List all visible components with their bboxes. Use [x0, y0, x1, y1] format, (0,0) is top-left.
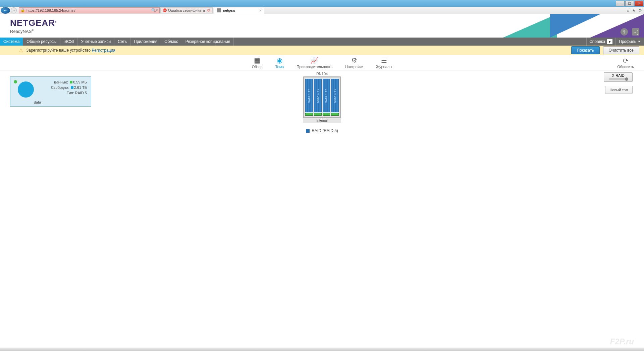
xraid-toggle[interactable]: X-RAID: [604, 72, 633, 82]
tab-title: netgear: [223, 8, 235, 12]
app-header: NETGEAR' ReadyNAS® ? →]: [0, 14, 644, 38]
play-icon: ▶: [607, 39, 612, 44]
subnav-performance[interactable]: 📈 Производительность: [295, 56, 334, 69]
window-titlebar: — ❐ ✕: [0, 0, 644, 7]
search-icon: 🔍▾: [151, 8, 158, 12]
nav-network[interactable]: Сеть: [114, 38, 130, 46]
nav-apps[interactable]: Приложения: [130, 38, 161, 46]
caret-down-icon: ▼: [638, 40, 641, 43]
register-link[interactable]: Регистрация: [92, 48, 115, 53]
logs-icon: ☰: [381, 56, 387, 64]
subnav-refresh[interactable]: ⟳ Обновить: [617, 57, 634, 69]
tab-favicon: [217, 8, 221, 12]
nav-profile[interactable]: Профиль▼: [615, 38, 644, 46]
logout-icon[interactable]: →]: [632, 28, 639, 36]
drive-slot-4[interactable]: SATA 1 ТБ: [331, 79, 339, 116]
browser-tab[interactable]: netgear ×: [214, 7, 264, 14]
tools-icon[interactable]: ⚙: [638, 8, 642, 13]
home-icon[interactable]: ⌂: [627, 8, 629, 13]
clear-all-button[interactable]: Очистить все: [603, 46, 639, 54]
nav-shares[interactable]: Общие ресурсы: [23, 38, 60, 46]
cert-error-text: Ошибка сертификата: [168, 8, 205, 12]
drive-slot-1[interactable]: SATA 1 ТБ: [305, 79, 313, 116]
window-close-button[interactable]: ✕: [635, 1, 643, 6]
sub-toolbar: ▦ Обзор ◉ Тома 📈 Производительность ⚙ На…: [0, 55, 644, 70]
refresh-icon: ⟳: [623, 57, 629, 65]
device-block: RN104 SATA 1 ТБ SATA 1 ТБ SATA 1 ТБ SATA…: [303, 72, 341, 133]
lock-icon: 🔒: [20, 8, 25, 12]
window-minimize-button[interactable]: —: [616, 1, 625, 6]
raid-color-swatch: [306, 129, 310, 133]
subnav-settings[interactable]: ⚙ Настройки: [344, 56, 365, 69]
window-maximize-button[interactable]: ❐: [625, 1, 634, 6]
nav-iscsi[interactable]: iSCSI: [60, 38, 78, 46]
warning-icon: ⚠: [19, 48, 23, 53]
new-volume-button[interactable]: Новый том: [605, 86, 633, 94]
notice-bar: ⚠ Зарегистрируйте ваше устройство Регист…: [0, 46, 644, 55]
volume-info: Данные: 8.59 МБ Свободно: 2.61 ТБ Тип: R…: [34, 79, 88, 104]
nav-accounts[interactable]: Учетные записи: [77, 38, 114, 46]
device-model: RN104: [316, 72, 328, 76]
help-icon[interactable]: ?: [621, 28, 628, 36]
subnav-overview[interactable]: ▦ Обзор: [251, 56, 264, 69]
favorites-icon[interactable]: ★: [632, 8, 636, 13]
nav-help[interactable]: Справка▶: [586, 38, 615, 46]
url-text: https://192.168.185.24/admin/: [26, 8, 75, 12]
tab-close-icon[interactable]: ×: [259, 8, 261, 12]
content-area: Данные: 8.59 МБ Свободно: 2.61 ТБ Тип: R…: [0, 70, 644, 113]
refresh-icon[interactable]: ↻: [207, 8, 210, 13]
watermark: F2P.ru: [610, 337, 634, 346]
main-nav: Система Общие ресурсы iSCSI Учетные запи…: [0, 38, 644, 46]
raid-legend: RAID (RAID 5): [306, 128, 338, 133]
shield-error-icon: ⛔: [163, 8, 167, 12]
nav-backup[interactable]: Резервное копирование: [182, 38, 234, 46]
show-button[interactable]: Показать: [571, 46, 600, 54]
volumes-icon: ◉: [277, 56, 282, 64]
browser-toolbar: ← → 🔒 https://192.168.185.24/admin/ 🔍▾ ⛔…: [0, 7, 644, 14]
volume-card[interactable]: Данные: 8.59 МБ Свободно: 2.61 ТБ Тип: R…: [10, 76, 91, 107]
volume-name: data: [34, 100, 41, 104]
certificate-error-badge[interactable]: ⛔ Ошибка сертификата ↻: [160, 7, 213, 13]
performance-icon: 📈: [310, 56, 319, 64]
status-dot-icon: [14, 80, 17, 83]
nav-system[interactable]: Система: [0, 38, 23, 46]
notice-text: Зарегистрируйте ваше устройство Регистра…: [26, 48, 115, 53]
nav-cloud[interactable]: Облако: [161, 38, 182, 46]
brand-logo: NETGEAR': [10, 18, 57, 28]
device-location: Internal: [303, 118, 341, 123]
brand-subtitle: ReadyNAS®: [10, 29, 57, 34]
overview-icon: ▦: [254, 56, 260, 64]
gear-icon: ⚙: [351, 56, 357, 64]
browser-forward-button[interactable]: →: [11, 7, 17, 13]
brand-block: NETGEAR' ReadyNAS®: [10, 18, 57, 34]
drive-slot-3[interactable]: SATA 1 ТБ: [323, 79, 330, 116]
pie-chart-icon: [18, 81, 34, 98]
browser-address-bar[interactable]: 🔒 https://192.168.185.24/admin/ 🔍▾: [19, 7, 160, 13]
header-icons: ? →]: [621, 28, 639, 36]
subnav-volumes[interactable]: ◉ Тома: [274, 56, 285, 69]
drive-slot-2[interactable]: SATA 1 ТБ: [314, 79, 322, 116]
right-actions: X-RAID Новый том: [604, 72, 633, 94]
browser-back-button[interactable]: ←: [1, 7, 10, 14]
browser-right-icons: ⌂ ★ ⚙: [627, 8, 644, 13]
device-enclosure: SATA 1 ТБ SATA 1 ТБ SATA 1 ТБ SATA 1 ТБ: [303, 76, 341, 118]
subnav-logs[interactable]: ☰ Журналы: [375, 56, 393, 69]
taskbar: [0, 348, 644, 351]
